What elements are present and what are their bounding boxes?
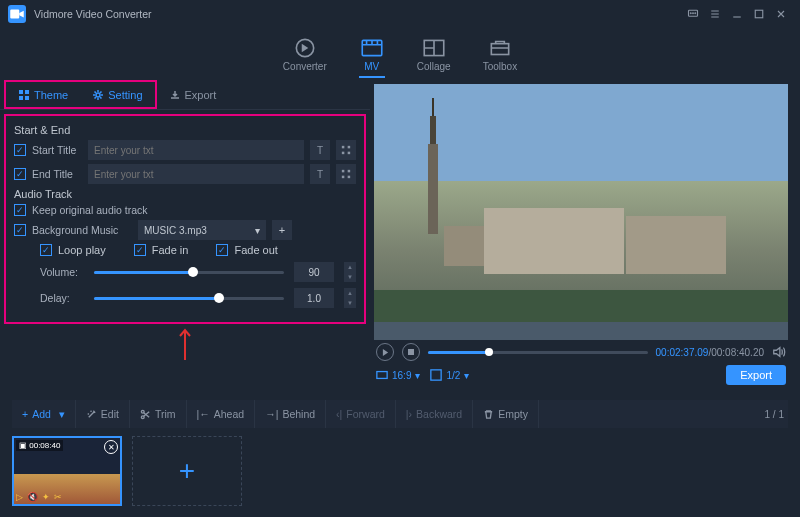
start-title-style-button[interactable] <box>336 140 356 160</box>
fade-out-checkbox[interactable] <box>216 244 228 256</box>
play-button[interactable] <box>376 343 394 361</box>
loop-play-checkbox[interactable] <box>40 244 52 256</box>
backward-button[interactable]: |›Backward <box>396 400 473 428</box>
svg-rect-17 <box>342 152 345 155</box>
btn-label: Ahead <box>214 408 244 420</box>
add-clip-button[interactable]: + <box>132 436 242 506</box>
btn-label: Trim <box>155 408 176 420</box>
svg-point-14 <box>96 93 100 97</box>
start-title-input[interactable] <box>88 140 304 160</box>
btn-label: Forward <box>346 408 385 420</box>
start-title-checkbox[interactable] <box>14 144 26 156</box>
volume-stepper[interactable]: ▲▼ <box>344 262 356 282</box>
remove-clip-button[interactable]: ✕ <box>104 440 118 454</box>
tab-label: Theme <box>34 89 68 101</box>
trim-button[interactable]: Trim <box>130 400 187 428</box>
close-button[interactable] <box>770 3 792 25</box>
maximize-button[interactable] <box>748 3 770 25</box>
player-options: 16:9 ▾ 1/2 ▾ Export <box>374 364 788 386</box>
delay-slider[interactable] <box>94 297 284 300</box>
behind-button[interactable]: →|Behind <box>255 400 326 428</box>
app-logo-icon <box>8 5 26 23</box>
keep-original-checkbox[interactable] <box>14 204 26 216</box>
svg-rect-11 <box>25 90 29 94</box>
collage-icon <box>421 37 447 59</box>
svg-point-3 <box>693 13 694 14</box>
end-title-text-button[interactable]: T <box>310 164 330 184</box>
btn-label: Empty <box>498 408 528 420</box>
bg-music-select[interactable]: MUSIC 3.mp3 ▾ <box>138 220 266 240</box>
scale-select[interactable]: 1/2 ▾ <box>430 369 469 381</box>
delay-stepper[interactable]: ▲▼ <box>344 288 356 308</box>
video-preview[interactable] <box>374 84 788 340</box>
nav-converter[interactable]: Converter <box>283 37 327 72</box>
nav-toolbox[interactable]: Toolbox <box>483 37 517 72</box>
scissors-icon[interactable]: ✂ <box>54 492 62 502</box>
minimize-button[interactable] <box>726 3 748 25</box>
svg-rect-25 <box>431 370 441 380</box>
volume-slider[interactable] <box>94 271 284 274</box>
edit-button[interactable]: Edit <box>76 400 130 428</box>
mute-icon[interactable]: 🔇 <box>27 492 38 502</box>
mv-icon <box>359 37 385 59</box>
volume-icon[interactable] <box>772 345 786 359</box>
stop-button[interactable] <box>402 343 420 361</box>
nav-mv[interactable]: MV <box>359 37 385 72</box>
player-bar: 00:02:37.09/00:08:40.20 <box>374 340 788 364</box>
converter-icon <box>292 37 318 59</box>
svg-rect-21 <box>342 176 345 179</box>
svg-point-2 <box>690 13 691 14</box>
scale-value: 1/2 <box>446 370 460 381</box>
tab-setting[interactable]: Setting <box>80 82 154 107</box>
chevron-down-icon: ▾ <box>59 408 65 420</box>
scissors-icon <box>140 409 151 420</box>
start-title-label: Start Title <box>32 144 82 156</box>
end-title-label: End Title <box>32 168 82 180</box>
empty-button[interactable]: Empty <box>473 400 539 428</box>
aspect-value: 16:9 <box>392 370 411 381</box>
feedback-icon[interactable] <box>682 3 704 25</box>
export-icon <box>169 89 181 101</box>
btn-label: Add <box>32 408 51 420</box>
left-tabs: Theme Setting Export <box>0 80 370 110</box>
fade-in-checkbox[interactable] <box>134 244 146 256</box>
tab-export[interactable]: Export <box>157 80 229 109</box>
svg-rect-15 <box>342 146 345 149</box>
fade-in-label: Fade in <box>152 244 189 256</box>
delay-value[interactable]: 1.0 <box>294 288 334 308</box>
bg-music-checkbox[interactable] <box>14 224 26 236</box>
svg-rect-24 <box>377 372 387 379</box>
wand-icon[interactable]: ✦ <box>42 492 50 502</box>
nav-label: Toolbox <box>483 61 517 72</box>
chevron-left-icon: ‹| <box>336 408 342 420</box>
end-title-checkbox[interactable] <box>14 168 26 180</box>
btn-label: Backward <box>416 408 462 420</box>
end-title-style-button[interactable] <box>336 164 356 184</box>
end-title-input[interactable] <box>88 164 304 184</box>
nav-label: MV <box>364 61 379 72</box>
chevron-down-icon: ▾ <box>255 225 260 236</box>
add-music-button[interactable]: + <box>272 220 292 240</box>
tab-theme[interactable]: Theme <box>6 82 80 107</box>
nav-collage[interactable]: Collage <box>417 37 451 72</box>
aspect-ratio-select[interactable]: 16:9 ▾ <box>376 369 420 381</box>
add-button[interactable]: +Add▾ <box>12 400 76 428</box>
play-icon[interactable]: ▷ <box>16 492 23 502</box>
start-title-text-button[interactable]: T <box>310 140 330 160</box>
bg-music-value: MUSIC 3.mp3 <box>144 225 207 236</box>
bg-music-label: Background Music <box>32 224 132 236</box>
keep-original-label: Keep original audio track <box>32 204 148 216</box>
menu-icon[interactable] <box>704 3 726 25</box>
progress-slider[interactable] <box>428 351 648 354</box>
forward-button[interactable]: ‹|Forward <box>326 400 396 428</box>
svg-point-4 <box>695 13 696 14</box>
titlebar: Vidmore Video Converter <box>0 0 800 28</box>
settings-panel: Start & End Start Title T End Title T Au… <box>4 114 366 324</box>
export-button[interactable]: Export <box>726 365 786 385</box>
ahead-button[interactable]: |←Ahead <box>187 400 256 428</box>
svg-rect-20 <box>348 170 351 173</box>
clip-thumbnail[interactable]: ▣ 00:08:40 ✕ ▷ 🔇 ✦ ✂ <box>12 436 122 506</box>
volume-value[interactable]: 90 <box>294 262 334 282</box>
clip-toolbar: +Add▾ Edit Trim |←Ahead →|Behind ‹|Forwa… <box>12 400 788 428</box>
loop-play-label: Loop play <box>58 244 106 256</box>
